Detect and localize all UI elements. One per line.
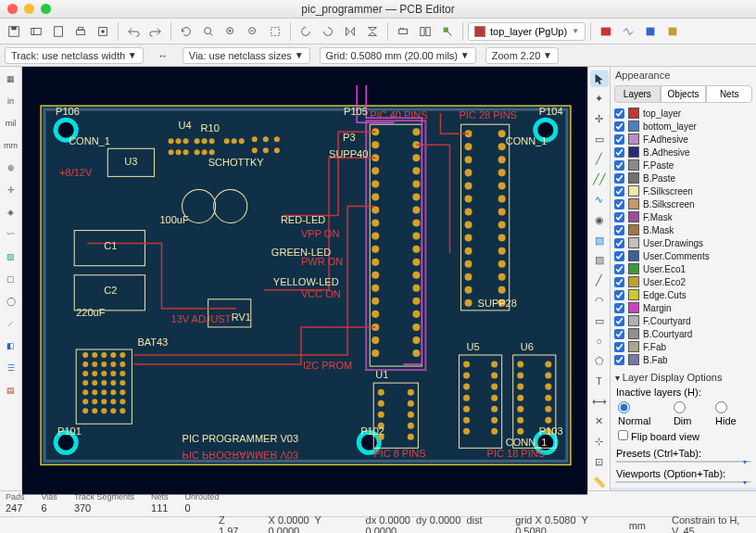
footprint-editor-button[interactable] [393,21,413,42]
draw-line-tool[interactable]: ╱ [590,273,609,289]
layer-row-f-adhesive[interactable]: F.Adhesive [614,133,752,146]
route-track-tool[interactable]: ╱ [590,151,609,168]
set-origin-tool[interactable]: ⊹ [590,434,609,451]
layer-row-b-paste[interactable]: B.Paste [614,171,752,184]
draw-polygon-tool[interactable]: ⬠ [590,353,609,370]
layer-row-user-eco2[interactable]: User.Eco2 [614,275,752,288]
zoom-out-button[interactable] [243,21,263,42]
layer-color-swatch[interactable] [628,224,639,235]
highlight-net-tool[interactable]: ✦ [590,91,609,108]
layer-row-b-silkscreen[interactable]: B.Silkscreen [614,197,752,210]
tab-layers[interactable]: Layers [614,85,661,103]
layer-row-f-paste[interactable]: F.Paste [614,159,752,171]
layer-row-user-eco1[interactable]: User.Eco1 [614,262,752,275]
layer-color-swatch[interactable] [628,315,639,326]
layer-color-swatch[interactable] [628,198,639,209]
layer-color-swatch[interactable] [628,172,639,184]
layer-visible-checkbox[interactable] [614,199,624,209]
route-diff-pair-tool[interactable]: ╱╱ [590,171,609,188]
layer-row-f-courtyard[interactable]: F.Courtyard [614,314,752,327]
layer-visible-checkbox[interactable] [614,134,624,145]
layer-row-user-drawings[interactable]: User.Drawings [614,236,752,249]
viewports-selector[interactable] [615,481,751,483]
zoom-in-button[interactable] [220,21,241,42]
rotate-cw-button[interactable] [318,21,338,42]
pad-fill-toggle[interactable]: ▢ [3,271,19,287]
units-inches-button[interactable]: in [3,93,19,109]
pcb-canvas[interactable]: P3 SUPP40 CONN_1 CONN_1 CONN_1 C1 C2 U3 … [22,67,587,490]
layer-row-f-mask[interactable]: F.Mask [614,210,752,223]
layer-color-swatch[interactable] [628,211,639,222]
layer-visible-checkbox[interactable] [614,264,624,274]
layer-color-swatch[interactable] [628,159,639,171]
place-footprint-tool[interactable]: ▭ [590,131,609,147]
zoom-selector[interactable]: Zoom 2.20 ▼ [485,47,559,64]
layer-visible-checkbox[interactable] [614,290,624,300]
minimize-window-button[interactable] [24,4,34,14]
curved-ratsnest-toggle[interactable]: 〰 [3,226,19,243]
layer-visible-checkbox[interactable] [614,173,624,184]
place-via-tool[interactable]: ◉ [590,211,609,228]
layer-row-b-mask[interactable]: B.Mask [614,223,752,236]
net-color-toggle[interactable]: ☰ [3,360,19,376]
layer-row-edge-cuts[interactable]: Edge.Cuts [614,288,752,301]
place-text-tool[interactable]: T [590,373,609,389]
layer-color-swatch[interactable] [628,341,639,352]
layer-visible-checkbox[interactable] [614,329,624,339]
track-fill-toggle[interactable]: ⟋ [3,315,19,332]
layer-row-b-courtyard[interactable]: B.Courtyard [614,327,752,340]
layer-visible-checkbox[interactable] [614,303,624,313]
layers-manager-toggle[interactable]: ▤ [3,382,19,399]
grid-selector[interactable]: Grid: 0.5080 mm (20.00 mils) ▼ [320,47,476,64]
tab-objects[interactable]: Objects [661,85,707,103]
layer-row-b-fab[interactable]: B.Fab [614,353,752,366]
units-mils-button[interactable]: mil [3,115,19,132]
active-layer-selector[interactable]: top_layer (PgUp) ▼ [468,22,586,41]
tab-nets[interactable]: Nets [706,85,752,103]
add-rule-area-tool[interactable]: ▨ [590,252,609,269]
layer-color-swatch[interactable] [628,133,639,145]
track-width-selector[interactable]: Track: use netclass width ▼ [5,47,144,64]
via-fill-toggle[interactable]: ◯ [3,293,19,310]
refresh-button[interactable] [176,21,196,42]
layer-visible-checkbox[interactable] [614,342,624,352]
layer-row-bottom_layer[interactable]: bottom_layer [614,120,752,133]
flip-horizontal-button[interactable] [340,21,360,42]
draw-arc-tool[interactable]: ◠ [590,292,609,309]
layer-visible-checkbox[interactable] [614,108,624,119]
show-grid-toggle[interactable]: ▦ [3,70,19,87]
units-mm-button[interactable]: mm [3,137,19,154]
status-unit[interactable]: mm [629,520,646,531]
status-constrain[interactable]: Constrain to H, V, 45 [672,514,749,534]
scripting-button[interactable] [662,21,683,42]
drc-button[interactable] [596,21,616,42]
layer-color-swatch[interactable] [628,121,639,132]
delete-tool[interactable]: ✕ [590,413,609,430]
layer-color-swatch[interactable] [628,354,639,365]
layer-visible-checkbox[interactable] [614,277,624,287]
layer-visible-checkbox[interactable] [614,316,624,326]
maximize-window-button[interactable] [41,4,51,14]
layer-color-swatch[interactable] [628,328,639,339]
layer-row-top_layer[interactable]: top_layer [614,107,752,120]
layer-color-swatch[interactable] [628,250,639,261]
print-button[interactable] [70,21,91,42]
fill-zones-button[interactable] [640,21,661,42]
layer-row-user-comments[interactable]: User.Comments [614,249,752,262]
tune-track-tool[interactable]: ∿ [590,192,609,209]
undo-button[interactable] [123,21,144,42]
layer-color-swatch[interactable] [628,237,639,248]
grid-origin-tool[interactable]: ⊡ [590,454,609,471]
footprint-browser-button[interactable] [415,21,435,42]
layer-row-margin[interactable]: Margin [614,301,752,314]
layer-color-swatch[interactable] [628,108,639,119]
zoom-selection-button[interactable] [265,21,285,42]
local-ratsnest-tool[interactable]: ✢ [590,111,609,128]
add-zone-tool[interactable]: ▧ [590,232,609,248]
polar-coords-toggle[interactable]: ⊕ [3,159,19,176]
draw-circle-tool[interactable]: ○ [590,333,609,349]
layer-display-options-header[interactable]: ▾ Layer Display Options [611,368,756,387]
close-window-button[interactable] [7,4,18,14]
board-setup-button[interactable] [26,21,46,42]
layer-color-swatch[interactable] [628,146,639,158]
